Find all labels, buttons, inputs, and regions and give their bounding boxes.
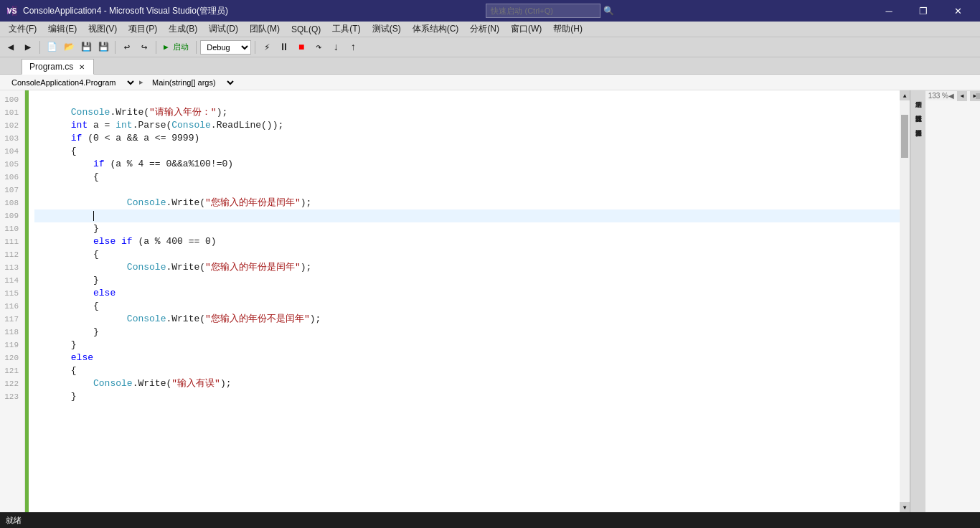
- code-line[interactable]: {: [34, 300, 900, 313]
- line-numbers: 1001011021031041051061071081091101111121…: [0, 90, 25, 512]
- horizontal-scroll-thumb[interactable]: [976, 93, 980, 99]
- vs-logo-icon: VS: [6, 4, 19, 17]
- code-line[interactable]: [34, 184, 900, 197]
- scroll-track[interactable]: [900, 100, 910, 502]
- title-bar: VS ConsoleApplication4 - Microsoft Visua…: [0, 0, 980, 22]
- toolbar-sep1: [39, 41, 40, 54]
- restore-button[interactable]: ❐: [907, 0, 940, 22]
- menu-project[interactable]: 项目(P): [123, 22, 163, 37]
- method-dropdown[interactable]: Main(string[] args): [146, 76, 236, 89]
- code-line[interactable]: else: [34, 352, 900, 364]
- breadcrumb: ConsoleApplication4.Program ▸ Main(strin…: [0, 75, 980, 90]
- taskbar: 就绪: [0, 512, 980, 528]
- redo-button[interactable]: ↪: [136, 39, 152, 55]
- start-button[interactable]: ▶ 启动: [160, 39, 192, 55]
- menu-sql[interactable]: SQL(Q): [286, 22, 326, 37]
- menu-help[interactable]: 帮助(H): [547, 22, 588, 37]
- sync-panel[interactable]: 同步资源管理器: [910, 122, 925, 128]
- code-line[interactable]: if (a % 4 == 0&&a%100!=0): [34, 158, 900, 171]
- code-line[interactable]: if (0 < a && a <= 9999): [34, 132, 900, 145]
- code-area[interactable]: Console.Write("请输入年份："); int a = int.Par…: [29, 90, 900, 512]
- search-icon: 🔍: [603, 6, 614, 16]
- debug-config-dropdown[interactable]: Debug Release: [200, 40, 251, 55]
- code-line[interactable]: }: [34, 274, 900, 287]
- forward-button[interactable]: ▶: [20, 39, 36, 55]
- zoom-value: 133 %: [928, 92, 948, 100]
- toolbar-sep5: [255, 41, 255, 54]
- code-line[interactable]: {: [34, 171, 900, 184]
- step-out[interactable]: ↑: [345, 39, 361, 55]
- new-file-button[interactable]: 📄: [44, 39, 60, 55]
- save-all-button[interactable]: 💾: [95, 39, 111, 55]
- code-line[interactable]: }: [34, 390, 900, 403]
- code-line[interactable]: }: [34, 222, 900, 235]
- editor-wrapper: Program.cs ✕ ConsoleApplication4.Program…: [0, 57, 980, 512]
- scroll-left-button[interactable]: ◀: [957, 91, 967, 101]
- zoom-sep: ◀: [948, 92, 954, 100]
- measure-results-panel[interactable]: 测量结果: [910, 93, 925, 99]
- vertical-scrollbar[interactable]: ▲ ▼: [900, 90, 910, 512]
- menu-architecture[interactable]: 体系结构(C): [407, 22, 465, 37]
- toolbar-sep2: [115, 41, 116, 54]
- menu-edit[interactable]: 编辑(E): [42, 22, 83, 37]
- breadcrumb-separator: ▸: [139, 77, 143, 87]
- menu-window[interactable]: 窗口(W): [505, 22, 547, 37]
- code-line[interactable]: {: [34, 364, 900, 377]
- step-over[interactable]: ↷: [311, 39, 326, 55]
- code-line[interactable]: else: [34, 287, 900, 300]
- open-button[interactable]: 📂: [61, 39, 77, 55]
- horizontal-scrollbar[interactable]: 133 % ◀ ◀ ▶: [925, 90, 980, 100]
- code-line[interactable]: Console.Write("输入有误");: [34, 377, 900, 390]
- step-into[interactable]: ↓: [328, 39, 344, 55]
- title-text: ConsoleApplication4 - Microsoft Visual S…: [23, 5, 228, 17]
- save-button[interactable]: 💾: [78, 39, 94, 55]
- title-bar-right: ─ ❐ ✕: [872, 0, 974, 22]
- tab-program-cs[interactable]: Program.cs ✕: [22, 59, 94, 75]
- quick-launch-input[interactable]: [486, 4, 600, 18]
- undo-button[interactable]: ↩: [119, 39, 135, 55]
- team-explorer-panel[interactable]: 团队资源管理器: [910, 108, 925, 113]
- run-to-cursor[interactable]: ⚡: [259, 39, 275, 55]
- close-button[interactable]: ✕: [941, 0, 974, 22]
- editor-and-scroll: Console.Write("请输入年份："); int a = int.Par…: [29, 90, 910, 512]
- tab-close-button[interactable]: ✕: [77, 62, 86, 72]
- menu-analyze[interactable]: 分析(N): [464, 22, 505, 37]
- code-line[interactable]: Console.Write("您输入的年份是闰年");: [34, 261, 900, 274]
- editor-main: 1001011021031041051061071081091101111121…: [0, 90, 980, 512]
- code-line[interactable]: [34, 209, 900, 222]
- code-line[interactable]: {: [34, 248, 900, 261]
- taskbar-status: 就绪: [6, 515, 22, 526]
- minimize-button[interactable]: ─: [872, 0, 905, 22]
- namespace-dropdown[interactable]: ConsoleApplication4.Program: [6, 76, 136, 89]
- tab-bar: Program.cs ✕: [0, 57, 980, 75]
- pause-button[interactable]: ⏸: [276, 39, 292, 55]
- menu-build[interactable]: 生成(B): [163, 22, 203, 37]
- code-line[interactable]: int a = int.Parse(Console.ReadLine());: [34, 119, 900, 132]
- right-panel: 测量结果 团队资源管理器 同步资源管理器: [910, 90, 925, 512]
- code-line[interactable]: {: [34, 145, 900, 158]
- code-line[interactable]: [34, 93, 900, 106]
- title-bar-left: VS ConsoleApplication4 - Microsoft Visua…: [6, 4, 228, 17]
- editor-body: 1001011021031041051061071081091101111121…: [0, 90, 925, 512]
- code-line[interactable]: }: [34, 326, 900, 339]
- code-line[interactable]: }: [34, 339, 900, 352]
- stop-button[interactable]: ■: [293, 39, 309, 55]
- menu-view[interactable]: 视图(V): [83, 22, 123, 37]
- code-line[interactable]: Console.Write("您输入的年份不是闰年");: [34, 313, 900, 326]
- menu-file[interactable]: 文件(F): [3, 22, 42, 37]
- scroll-thumb[interactable]: [901, 115, 908, 158]
- svg-text:VS: VS: [7, 7, 17, 15]
- toolbar: ◀ ▶ 📄 📂 💾 💾 ↩ ↪ ▶ 启动 Debug Release ⚡ ⏸ ■…: [0, 37, 980, 57]
- code-line[interactable]: else if (a % 400 == 0): [34, 235, 900, 248]
- menu-test[interactable]: 测试(S): [367, 22, 407, 37]
- scroll-down-button[interactable]: ▼: [900, 502, 910, 512]
- menu-tools[interactable]: 工具(T): [326, 22, 366, 37]
- code-line[interactable]: Console.Write("您输入的年份是闰年");: [34, 197, 900, 209]
- menu-debug[interactable]: 调试(D): [203, 22, 244, 37]
- back-button[interactable]: ◀: [3, 39, 19, 55]
- menu-team[interactable]: 团队(M): [244, 22, 286, 37]
- toolbar-sep4: [196, 41, 197, 54]
- scroll-up-button[interactable]: ▲: [900, 90, 910, 100]
- menu-bar: 文件(F) 编辑(E) 视图(V) 项目(P) 生成(B) 调试(D) 团队(M…: [0, 22, 980, 37]
- code-line[interactable]: Console.Write("请输入年份：");: [34, 106, 900, 119]
